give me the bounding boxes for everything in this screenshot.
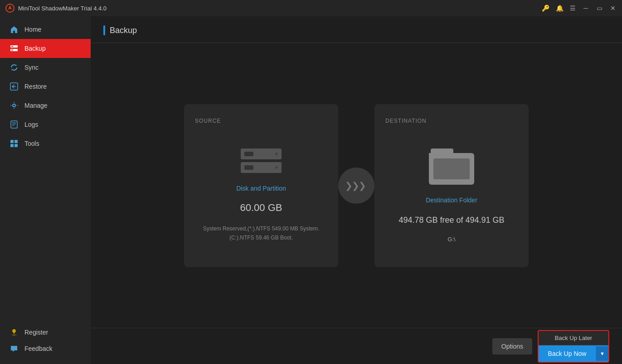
sidebar-item-backup[interactable]: Backup: [0, 39, 91, 58]
svg-rect-5: [11, 50, 13, 51]
folder-inner: [433, 158, 470, 179]
back-up-now-dropdown-button[interactable]: ▼: [596, 346, 608, 361]
arrow-connector: ❯❯❯: [338, 168, 374, 204]
destination-free: 494.78 GB free of 494.91 GB: [398, 216, 504, 225]
destination-type: Destination Folder: [426, 196, 477, 204]
source-label: SOURCE: [195, 118, 221, 124]
svg-point-7: [13, 104, 15, 107]
disk-led-bottom: [275, 166, 278, 169]
svg-rect-14: [10, 144, 14, 147]
destination-path: G:\: [447, 236, 455, 243]
sidebar-item-restore-label: Restore: [24, 83, 47, 90]
sidebar-item-backup-label: Backup: [24, 45, 46, 52]
destination-icon-area: Destination Folder 494.78 GB free of 494…: [385, 138, 518, 254]
sidebar-item-sync[interactable]: Sync: [0, 58, 91, 77]
folder-icon: [429, 148, 474, 185]
sidebar-item-logs[interactable]: Logs: [0, 115, 91, 134]
destination-label: DESTINATION: [385, 118, 427, 124]
backup-button-group: Back Up Later Back Up Now ▼: [538, 330, 609, 363]
manage-icon: [9, 101, 19, 110]
sidebar-item-home[interactable]: Home: [0, 20, 91, 39]
sidebar-item-manage[interactable]: Manage: [0, 96, 91, 115]
svg-rect-13: [15, 140, 18, 143]
svg-rect-8: [11, 121, 17, 128]
maximize-button[interactable]: ▭: [596, 5, 603, 12]
sidebar: Home Backup Sync: [0, 16, 91, 364]
sidebar-item-feedback-label: Feedback: [24, 345, 52, 352]
svg-rect-4: [11, 46, 13, 47]
restore-icon: [9, 82, 19, 91]
menu-icon[interactable]: ☰: [570, 5, 576, 12]
main-layout: Home Backup Sync: [0, 16, 622, 364]
sidebar-item-register[interactable]: Register: [0, 324, 91, 340]
folder-body: [429, 153, 474, 185]
page-header: Backup: [91, 16, 622, 43]
close-button[interactable]: ✕: [609, 5, 617, 12]
options-button[interactable]: Options: [492, 338, 532, 354]
app-title: MiniTool ShadowMaker Trial 4.4.0: [18, 5, 542, 12]
source-size: 60.00 GB: [240, 202, 282, 214]
home-icon: [9, 25, 19, 34]
sidebar-item-restore[interactable]: Restore: [0, 77, 91, 96]
window-controls: 🔑 🔔 ☰ ─ ▭ ✕: [542, 5, 617, 12]
app-logo: [5, 4, 15, 13]
arrow-icon: ❯❯❯: [345, 180, 365, 191]
sidebar-item-feedback[interactable]: Feedback: [0, 340, 91, 357]
back-up-later-button[interactable]: Back Up Later: [539, 331, 608, 345]
bell-icon[interactable]: 🔔: [556, 5, 564, 12]
sidebar-item-register-label: Register: [24, 329, 48, 336]
feedback-icon: [9, 345, 19, 352]
sidebar-item-home-label: Home: [24, 26, 41, 33]
source-description: System Reserved,(*:).NTFS 549.00 MB Syst…: [195, 225, 327, 242]
sidebar-item-tools[interactable]: Tools: [0, 134, 91, 153]
sidebar-item-sync-label: Sync: [24, 64, 39, 71]
backup-icon: [9, 44, 19, 53]
disk-icon: [241, 148, 282, 173]
back-up-now-button[interactable]: Back Up Now: [539, 345, 596, 362]
back-up-now-row: Back Up Now ▼: [539, 345, 608, 362]
svg-rect-15: [15, 144, 18, 147]
disk-notch-top: [244, 152, 253, 156]
sync-icon: [9, 63, 19, 72]
sidebar-item-logs-label: Logs: [24, 121, 38, 128]
page-title: Backup: [110, 26, 137, 35]
svg-rect-12: [10, 140, 14, 143]
header-accent: [103, 25, 105, 35]
folder-tab: [431, 148, 453, 153]
sidebar-item-tools-label: Tools: [24, 140, 39, 147]
svg-point-17: [13, 330, 15, 332]
backup-area: SOURCE Disk and Partition: [91, 43, 622, 328]
tools-icon: [9, 139, 19, 148]
logs-icon: [9, 120, 19, 129]
destination-card[interactable]: DESTINATION Destination Folder 494.78 GB…: [374, 104, 529, 267]
disk-led-top: [275, 153, 278, 155]
disk-slot-bottom: [241, 162, 282, 173]
content-area: Backup SOURCE: [91, 16, 622, 364]
sidebar-item-manage-label: Manage: [24, 102, 48, 109]
register-icon: [9, 329, 19, 336]
disk-notch-bottom: [244, 165, 253, 170]
disk-slot-top: [241, 148, 282, 159]
key-icon[interactable]: 🔑: [542, 5, 549, 12]
source-card[interactable]: SOURCE Disk and Partition: [184, 104, 338, 267]
svg-marker-1: [8, 5, 12, 10]
bottom-bar: Options Back Up Later Back Up Now ▼: [91, 328, 622, 364]
source-icon-area: Disk and Partition 60.00 GB System Reser…: [195, 138, 327, 254]
sidebar-bottom: Register Feedback: [0, 324, 91, 364]
titlebar: MiniTool ShadowMaker Trial 4.4.0 🔑 🔔 ☰ ─…: [0, 0, 622, 16]
source-type: Disk and Partition: [236, 185, 286, 192]
minimize-button[interactable]: ─: [582, 5, 589, 12]
